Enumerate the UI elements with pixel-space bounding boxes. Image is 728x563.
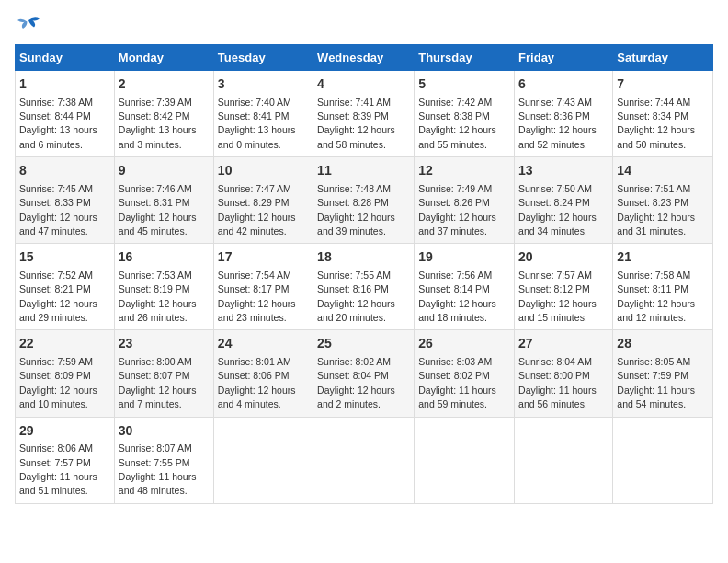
day-number: 2 [119,75,210,94]
day-cell: 15 Sunrise: 7:52 AMSunset: 8:21 PMDaylig… [16,244,115,330]
day-cell: 23 Sunrise: 8:00 AMSunset: 8:07 PMDaylig… [114,330,213,417]
week-row-3: 15 Sunrise: 7:52 AMSunset: 8:21 PMDaylig… [16,244,713,330]
day-cell: 4 Sunrise: 7:41 AMSunset: 8:39 PMDayligh… [313,71,415,157]
day-number: 25 [317,335,410,353]
day-number: 7 [617,75,709,94]
day-cell: 16 Sunrise: 7:53 AMSunset: 8:19 PMDaylig… [114,244,213,330]
day-number: 11 [317,162,410,180]
day-info: Sunrise: 7:57 AMSunset: 8:12 PMDaylight:… [518,270,597,323]
day-cell: 25 Sunrise: 8:02 AMSunset: 8:04 PMDaylig… [313,330,415,417]
day-cell: 20 Sunrise: 7:57 AMSunset: 8:12 PMDaylig… [515,244,613,330]
day-cell: 18 Sunrise: 7:55 AMSunset: 8:16 PMDaylig… [313,244,415,330]
day-number: 1 [19,75,110,94]
day-number: 22 [19,335,110,353]
day-info: Sunrise: 7:58 AMSunset: 8:11 PMDaylight:… [617,270,695,323]
day-number: 16 [119,248,210,267]
day-info: Sunrise: 7:46 AMSunset: 8:31 PMDaylight:… [119,183,197,236]
day-cell: 9 Sunrise: 7:46 AMSunset: 8:31 PMDayligh… [114,157,213,244]
day-cell: 29 Sunrise: 8:06 AMSunset: 7:57 PMDaylig… [16,417,115,503]
day-cell: 11 Sunrise: 7:48 AMSunset: 8:28 PMDaylig… [313,157,415,244]
day-cell: 7 Sunrise: 7:44 AMSunset: 8:34 PMDayligh… [613,71,713,157]
day-cell: 26 Sunrise: 8:03 AMSunset: 8:02 PMDaylig… [415,330,515,417]
day-cell: 8 Sunrise: 7:45 AMSunset: 8:33 PMDayligh… [16,157,115,244]
day-number: 29 [19,422,110,441]
day-cell: 2 Sunrise: 7:39 AMSunset: 8:42 PMDayligh… [114,71,213,157]
day-info: Sunrise: 7:39 AMSunset: 8:42 PMDaylight:… [119,97,197,150]
day-info: Sunrise: 7:53 AMSunset: 8:19 PMDaylight:… [119,270,197,323]
calendar-body: 1 Sunrise: 7:38 AMSunset: 8:44 PMDayligh… [16,71,713,504]
day-number: 26 [418,335,510,353]
day-cell: 10 Sunrise: 7:47 AMSunset: 8:29 PMDaylig… [213,157,313,244]
day-info: Sunrise: 8:04 AMSunset: 8:00 PMDaylight:… [518,356,597,409]
day-cell [415,417,515,503]
day-cell: 21 Sunrise: 7:58 AMSunset: 8:11 PMDaylig… [613,244,713,330]
day-number: 15 [19,248,110,267]
calendar-table: SundayMondayTuesdayWednesdayThursdayFrid… [15,44,713,504]
day-info: Sunrise: 7:59 AMSunset: 8:09 PMDaylight:… [19,356,97,409]
day-cell: 12 Sunrise: 7:49 AMSunset: 8:26 PMDaylig… [415,157,515,244]
week-row-4: 22 Sunrise: 7:59 AMSunset: 8:09 PMDaylig… [16,330,713,417]
day-number: 17 [218,248,309,267]
day-header-friday: Friday [515,45,613,71]
day-info: Sunrise: 7:41 AMSunset: 8:39 PMDaylight:… [317,97,395,150]
day-info: Sunrise: 8:02 AMSunset: 8:04 PMDaylight:… [317,356,395,409]
day-info: Sunrise: 7:45 AMSunset: 8:33 PMDaylight:… [19,183,97,236]
day-info: Sunrise: 7:50 AMSunset: 8:24 PMDaylight:… [518,183,597,236]
day-number: 27 [518,335,609,353]
day-cell: 14 Sunrise: 7:51 AMSunset: 8:23 PMDaylig… [613,157,713,244]
day-number: 20 [518,248,609,267]
calendar-header: SundayMondayTuesdayWednesdayThursdayFrid… [16,45,713,71]
day-cell: 13 Sunrise: 7:50 AMSunset: 8:24 PMDaylig… [515,157,613,244]
day-number: 30 [119,422,210,441]
day-info: Sunrise: 8:00 AMSunset: 8:07 PMDaylight:… [119,356,197,409]
day-info: Sunrise: 8:03 AMSunset: 8:02 PMDaylight:… [418,356,496,409]
day-number: 6 [518,75,609,94]
day-info: Sunrise: 7:55 AMSunset: 8:16 PMDaylight:… [317,270,395,323]
day-header-tuesday: Tuesday [213,45,313,71]
day-cell [213,417,313,503]
day-info: Sunrise: 7:48 AMSunset: 8:28 PMDaylight:… [317,183,395,236]
day-cell [613,417,713,503]
logo-icon [15,15,42,37]
day-info: Sunrise: 7:47 AMSunset: 8:29 PMDaylight:… [218,183,296,236]
day-cell [313,417,415,503]
day-info: Sunrise: 7:42 AMSunset: 8:38 PMDaylight:… [418,97,496,150]
day-cell: 19 Sunrise: 7:56 AMSunset: 8:14 PMDaylig… [415,244,515,330]
day-number: 3 [218,75,309,94]
day-header-sunday: Sunday [16,45,115,71]
day-number: 8 [19,162,110,180]
day-cell [515,417,613,503]
day-cell: 17 Sunrise: 7:54 AMSunset: 8:17 PMDaylig… [213,244,313,330]
day-info: Sunrise: 8:01 AMSunset: 8:06 PMDaylight:… [218,356,296,409]
day-cell: 27 Sunrise: 8:04 AMSunset: 8:00 PMDaylig… [515,330,613,417]
day-number: 14 [617,162,709,180]
day-info: Sunrise: 7:56 AMSunset: 8:14 PMDaylight:… [418,270,496,323]
day-cell: 28 Sunrise: 8:05 AMSunset: 7:59 PMDaylig… [613,330,713,417]
day-info: Sunrise: 7:54 AMSunset: 8:17 PMDaylight:… [218,270,296,323]
logo [15,15,46,37]
day-headers-row: SundayMondayTuesdayWednesdayThursdayFrid… [16,45,713,71]
day-cell: 30 Sunrise: 8:07 AMSunset: 7:55 PMDaylig… [114,417,213,503]
day-number: 21 [617,248,709,267]
day-number: 13 [518,162,609,180]
day-header-monday: Monday [114,45,213,71]
week-row-5: 29 Sunrise: 8:06 AMSunset: 7:57 PMDaylig… [16,417,713,503]
day-info: Sunrise: 8:06 AMSunset: 7:57 PMDaylight:… [19,442,97,496]
day-cell: 6 Sunrise: 7:43 AMSunset: 8:36 PMDayligh… [515,71,613,157]
day-info: Sunrise: 7:43 AMSunset: 8:36 PMDaylight:… [518,97,597,150]
day-cell: 5 Sunrise: 7:42 AMSunset: 8:38 PMDayligh… [415,71,515,157]
day-info: Sunrise: 8:05 AMSunset: 7:59 PMDaylight:… [617,356,695,409]
week-row-2: 8 Sunrise: 7:45 AMSunset: 8:33 PMDayligh… [16,157,713,244]
page-header [15,15,713,37]
day-number: 12 [418,162,510,180]
day-header-saturday: Saturday [613,45,713,71]
day-number: 18 [317,248,410,267]
day-number: 28 [617,335,709,353]
day-number: 9 [119,162,210,180]
day-number: 4 [317,75,410,94]
day-header-thursday: Thursday [415,45,515,71]
day-number: 10 [218,162,309,180]
day-info: Sunrise: 8:07 AMSunset: 7:55 PMDaylight:… [119,442,197,496]
day-cell: 22 Sunrise: 7:59 AMSunset: 8:09 PMDaylig… [16,330,115,417]
day-number: 5 [418,75,510,94]
